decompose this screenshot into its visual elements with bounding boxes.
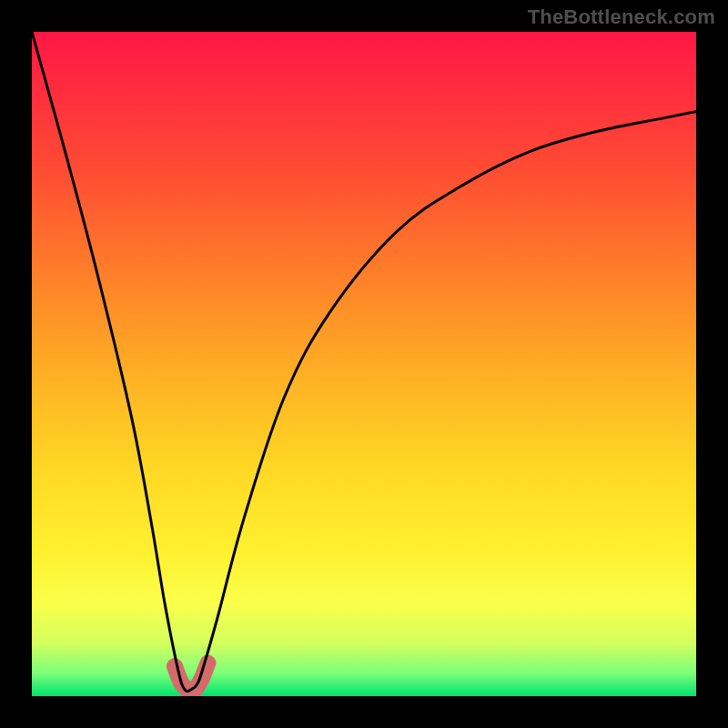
chart-frame: TheBottleneck.com	[0, 0, 728, 728]
plot-area	[32, 32, 696, 696]
curve-layer	[32, 32, 696, 696]
bottleneck-curve	[32, 32, 696, 692]
watermark-text: TheBottleneck.com	[528, 5, 715, 29]
